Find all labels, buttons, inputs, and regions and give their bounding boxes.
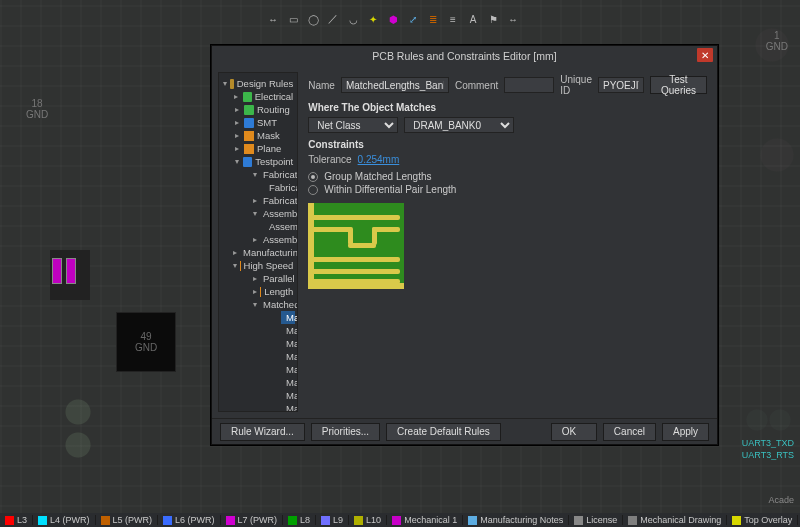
- tree-asm-tp-style[interactable]: ▾Assembly Testpoint Style: [251, 207, 295, 220]
- tool-align-icon[interactable]: ≡: [446, 12, 460, 26]
- tool-circle-icon[interactable]: ◯: [306, 12, 320, 26]
- net-label-uart-rts: UART3_RTS: [742, 450, 794, 460]
- tool-dim-icon[interactable]: ↔: [506, 12, 520, 26]
- tool-measure-icon[interactable]: ⤢: [406, 12, 420, 26]
- layer-tab[interactable]: L6 (PWR): [158, 515, 221, 525]
- tool-arc-icon[interactable]: ◡: [346, 12, 360, 26]
- tree-rule-bank0[interactable]: MatchedLengths_Bank0: [281, 311, 295, 324]
- test-queries-button[interactable]: Test Queries: [650, 76, 707, 94]
- tree-high-speed[interactable]: ▾High Speed: [231, 259, 295, 272]
- layer-swatch: [163, 516, 172, 525]
- radio-icon: [308, 172, 318, 182]
- tool-pointer-icon[interactable]: ↔: [266, 12, 280, 26]
- layer-tab[interactable]: L8: [283, 515, 316, 525]
- layer-tab[interactable]: L9: [316, 515, 349, 525]
- option-group-matched[interactable]: Group Matched Lengths: [308, 171, 707, 182]
- layer-tab[interactable]: Top Overlay: [727, 515, 798, 525]
- ok-button[interactable]: OK: [551, 423, 597, 441]
- layer-name: L6 (PWR): [175, 515, 215, 525]
- close-button[interactable]: ✕: [697, 48, 713, 62]
- comment-input[interactable]: [504, 77, 554, 93]
- layer-tab[interactable]: License: [569, 515, 623, 525]
- tool-layers-icon[interactable]: ≣: [426, 12, 440, 26]
- tree-manufacturing[interactable]: ▸Manufacturing: [231, 246, 295, 259]
- layer-name: L7 (PWR): [238, 515, 278, 525]
- layer-tab[interactable]: Mechanical 1: [387, 515, 463, 525]
- option-within-diffpair[interactable]: Within Differential Pair Length: [308, 184, 707, 195]
- layer-tab[interactable]: L7 (PWR): [221, 515, 284, 525]
- layer-name: License: [586, 515, 617, 525]
- layer-tab[interactable]: Manufacturing Notes: [463, 515, 569, 525]
- layer-tab[interactable]: L5 (PWR): [96, 515, 159, 525]
- layer-tab[interactable]: Mechanical Drawing: [623, 515, 727, 525]
- tool-rect-icon[interactable]: ▭: [286, 12, 300, 26]
- tree-rule-bank7[interactable]: MatchedLengths_Bank7: [281, 402, 295, 412]
- create-default-rules-button[interactable]: Create Default Rules: [386, 423, 501, 441]
- layer-tab[interactable]: L10: [349, 515, 387, 525]
- tool-flag-icon[interactable]: ⚑: [486, 12, 500, 26]
- unique-id-input[interactable]: [598, 77, 644, 93]
- tool-place-icon[interactable]: ⬢: [386, 12, 400, 26]
- tree-plane[interactable]: ▸Plane: [231, 142, 295, 155]
- match-kind-select[interactable]: Net Class: [308, 117, 398, 133]
- dialog-titlebar[interactable]: PCB Rules and Constraints Editor [mm] ✕: [212, 46, 717, 66]
- rule-properties-panel: Name Comment Unique ID Test Queries Wher…: [302, 66, 717, 418]
- layer-name: L3: [17, 515, 27, 525]
- tree-length[interactable]: ▸Length: [251, 285, 295, 298]
- brand-label: Acade: [768, 495, 794, 505]
- priorities-button[interactable]: Priorities...: [311, 423, 380, 441]
- layer-swatch: [101, 516, 110, 525]
- tool-text-icon[interactable]: A: [466, 12, 480, 26]
- layer-name: Top Overlay: [744, 515, 792, 525]
- tree-electrical[interactable]: ▸Electrical: [231, 90, 295, 103]
- tolerance-value-link[interactable]: 0.254mm: [358, 154, 400, 165]
- tree-rule-bank5[interactable]: MatchedLengths_Bank5: [281, 376, 295, 389]
- match-value-select[interactable]: DRAM_BANK0: [404, 117, 514, 133]
- layer-name: Mechanical Drawing: [640, 515, 721, 525]
- tree-matched-lengths[interactable]: ▾Matched Lengths: [251, 298, 295, 311]
- tree-rule-bank6[interactable]: MatchedLengths_Bank6: [281, 389, 295, 402]
- tree-rule-bank1[interactable]: MatchedLengths_Bank1: [281, 324, 295, 337]
- layer-name: L5 (PWR): [113, 515, 153, 525]
- layer-name: Manufacturing Notes: [480, 515, 563, 525]
- layer-swatch: [392, 516, 401, 525]
- tree-mask[interactable]: ▸Mask: [231, 129, 295, 142]
- tree-fab-tp-rule[interactable]: FabricationTestpoint: [261, 181, 295, 194]
- pad-1: [52, 258, 62, 284]
- tree-asm-tp-usage[interactable]: ▸Assembly Testpoint Usage: [251, 233, 295, 246]
- layer-swatch: [732, 516, 741, 525]
- tree-asm-tp-rule[interactable]: AssemblyTestpoint: [261, 220, 295, 233]
- tolerance-label: Tolerance: [308, 154, 351, 165]
- cancel-button[interactable]: Cancel: [603, 423, 656, 441]
- layer-tab[interactable]: L3: [0, 515, 33, 525]
- tree-fab-tp-usage[interactable]: ▸Fabrication Testpoint Usage: [251, 194, 295, 207]
- name-input[interactable]: [341, 77, 449, 93]
- rule-wizard-button[interactable]: Rule Wizard...: [220, 423, 305, 441]
- pad-2: [66, 258, 76, 284]
- category-icon: [244, 105, 254, 115]
- tree-smt[interactable]: ▸SMT: [231, 116, 295, 129]
- tree-parallel-segment[interactable]: ▸Parallel Segment: [251, 272, 295, 285]
- category-icon: [244, 118, 254, 128]
- tree-rule-bank2[interactable]: MatchedLengths_Bank2: [281, 337, 295, 350]
- rules-tree[interactable]: ▾Design Rules ▸Electrical ▸Routing ▸SMT …: [218, 72, 298, 412]
- tree-routing[interactable]: ▸Routing: [231, 103, 295, 116]
- tree-rule-bank4[interactable]: MatchedLengths_Bank4: [281, 363, 295, 376]
- unique-id-label: Unique ID: [560, 74, 592, 96]
- tool-line-icon[interactable]: ／: [326, 12, 340, 26]
- tree-design-rules[interactable]: ▾Design Rules: [221, 77, 295, 90]
- dialog-title: PCB Rules and Constraints Editor [mm]: [372, 50, 556, 62]
- layer-name: L8: [300, 515, 310, 525]
- layer-tabs-bar: L3L4 (PWR)L5 (PWR)L6 (PWR)L7 (PWR)L8L9L1…: [0, 513, 800, 527]
- tool-polygon-icon[interactable]: ✦: [366, 12, 380, 26]
- folder-icon: [230, 79, 234, 89]
- radio-icon: [308, 185, 318, 195]
- layer-tab[interactable]: L4 (PWR): [33, 515, 96, 525]
- tree-testpoint[interactable]: ▾Testpoint: [231, 155, 295, 168]
- constraints-section-title: Constraints: [308, 139, 707, 150]
- tree-rule-bank3[interactable]: MatchedLengths_Bank3: [281, 350, 295, 363]
- apply-button[interactable]: Apply: [662, 423, 709, 441]
- tree-fab-tp-style[interactable]: ▾Fabrication Testpoint Style: [251, 168, 295, 181]
- layer-swatch: [38, 516, 47, 525]
- layer-swatch: [354, 516, 363, 525]
